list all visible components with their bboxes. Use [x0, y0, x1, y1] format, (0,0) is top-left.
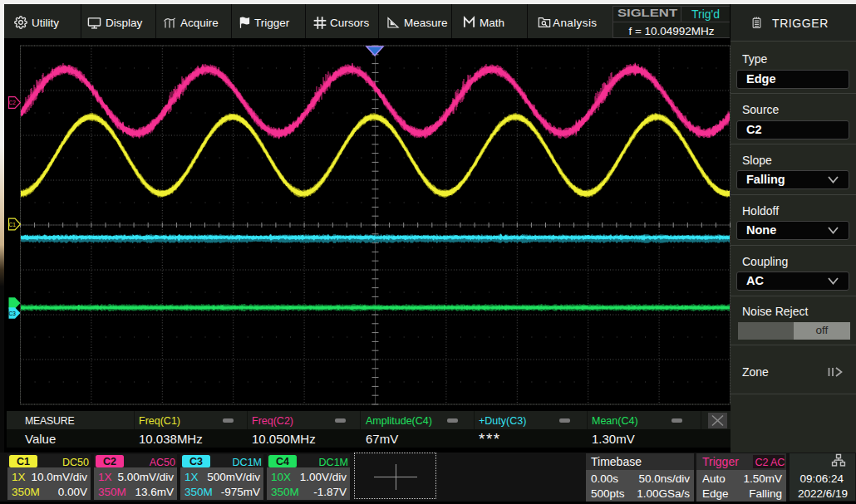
svg-text:C3: C3: [9, 311, 17, 316]
svg-text:C1: C1: [9, 222, 17, 228]
svg-text:C2: C2: [9, 100, 17, 105]
